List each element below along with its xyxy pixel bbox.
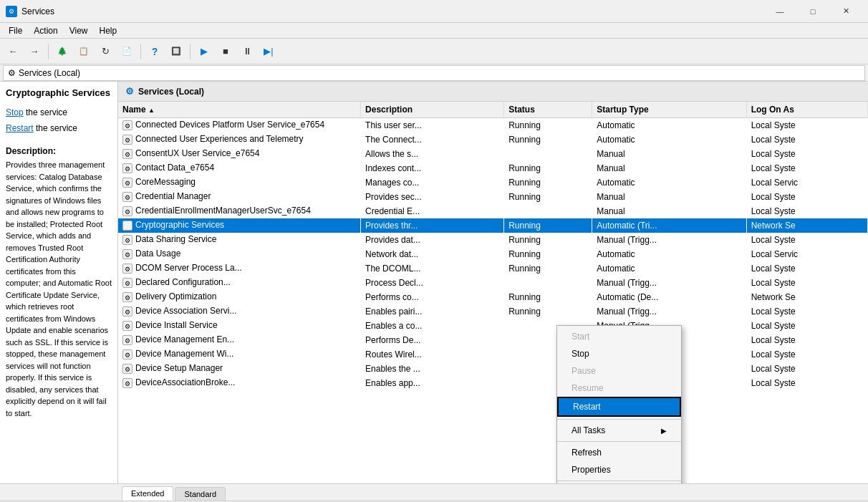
- table-row[interactable]: ⚙Device Management Wi...Routes Wirel...M…: [118, 347, 868, 362]
- service-desc-cell: Enables app...: [361, 376, 504, 390]
- service-status-cell: [504, 276, 592, 290]
- context-menu-item[interactable]: Stop: [557, 345, 681, 362]
- table-header-row: Name ▲ Description Status Startup Type L…: [118, 102, 868, 118]
- service-name-cell: ⚙Device Management Wi...: [118, 347, 361, 362]
- service-name-cell: ⚙Cryptographic Services: [118, 218, 361, 233]
- service-status-cell: Running: [504, 233, 592, 247]
- context-menu-item: Resume: [557, 380, 681, 397]
- context-menu-item[interactable]: Refresh: [557, 444, 681, 461]
- action-pane-button[interactable]: 📋: [74, 42, 94, 62]
- table-row[interactable]: ⚙CoreMessagingManages co...RunningAutoma…: [118, 175, 868, 190]
- service-logon-cell: Local Syste: [746, 376, 867, 390]
- service-logon-cell: Local Syste: [746, 190, 867, 204]
- service-name-cell: ⚙CoreMessaging: [118, 175, 361, 190]
- service-status-cell: Running: [504, 290, 592, 304]
- service-startup-cell: Automatic: [592, 247, 746, 261]
- col-header-startup[interactable]: Startup Type: [592, 102, 746, 118]
- new-window-button[interactable]: 🔲: [166, 42, 186, 62]
- service-name-cell: ⚙Connected Devices Platform User Service…: [118, 118, 361, 132]
- service-logon-cell: Local Servic: [746, 247, 867, 261]
- table-row[interactable]: ⚙Data Sharing ServiceProvides dat...Runn…: [118, 233, 868, 247]
- service-status-cell: Running: [504, 190, 592, 204]
- service-status-cell: Running: [504, 118, 592, 132]
- table-row[interactable]: ⚙DeviceAssociationBroke...Enables app...…: [118, 376, 868, 390]
- table-row[interactable]: ⚙Contact Data_e7654Indexes cont...Runnin…: [118, 161, 868, 175]
- table-row[interactable]: ⚙Connected Devices Platform User Service…: [118, 118, 868, 132]
- panel-actions: Stop the service Restart the service: [6, 105, 112, 136]
- table-row[interactable]: ⚙Cryptographic ServicesProvides thr...Ru…: [118, 218, 868, 233]
- restart-link[interactable]: Restart: [6, 123, 34, 133]
- table-row[interactable]: ⚙Credential ManagerProvides sec...Runnin…: [118, 190, 868, 204]
- minimize-button[interactable]: —: [763, 0, 796, 23]
- service-desc-cell: Credential E...: [361, 204, 504, 218]
- service-logon-cell: Local Syste: [746, 261, 867, 276]
- pause-button[interactable]: ⏸: [237, 42, 257, 62]
- service-name-cell: ⚙Delivery Optimization: [118, 290, 361, 304]
- table-row[interactable]: ⚙Device Setup ManagerEnables the ...Manu…: [118, 362, 868, 376]
- service-logon-cell: Local Syste: [746, 132, 867, 147]
- table-row[interactable]: ⚙Declared Configuration...Process Decl..…: [118, 276, 868, 290]
- service-logon-cell: Network Se: [746, 218, 867, 233]
- export-button[interactable]: 📄: [117, 42, 137, 62]
- service-logon-cell: Local Syste: [746, 347, 867, 362]
- stop-link[interactable]: Stop: [6, 107, 24, 117]
- table-row[interactable]: ⚙Device Management En...Performs De...Ma…: [118, 333, 868, 347]
- services-tbody: ⚙Connected Devices Platform User Service…: [118, 118, 868, 390]
- service-logon-cell: Local Syste: [746, 147, 867, 161]
- app-icon: ⚙: [6, 6, 17, 17]
- service-desc-cell: The Connect...: [361, 132, 504, 147]
- tab-extended[interactable]: Extended: [122, 486, 173, 501]
- service-desc-cell: Provides dat...: [361, 233, 504, 247]
- context-menu-item[interactable]: All Tasks▶: [557, 422, 681, 439]
- close-button[interactable]: ✕: [829, 0, 862, 23]
- back-button[interactable]: ←: [3, 42, 23, 62]
- stop-button[interactable]: ■: [216, 42, 236, 62]
- table-row[interactable]: ⚙ConsentUX User Service_e7654Allows the …: [118, 147, 868, 161]
- services-header: ⚙ Services (Local): [118, 82, 868, 102]
- table-row[interactable]: ⚙CredentialEnrollmentManagerUserSvc_e765…: [118, 204, 868, 218]
- console-tree-button[interactable]: 🌲: [52, 42, 72, 62]
- resume-button[interactable]: ▶|: [259, 42, 279, 62]
- table-row[interactable]: ⚙Data UsageNetwork dat...RunningAutomati…: [118, 247, 868, 261]
- col-header-name[interactable]: Name ▲: [118, 102, 361, 118]
- service-startup-cell: Manual: [592, 161, 746, 175]
- table-wrapper[interactable]: Name ▲ Description Status Startup Type L…: [118, 102, 868, 466]
- toolbar-separator-3: [190, 44, 191, 59]
- forward-button[interactable]: →: [24, 42, 44, 62]
- context-menu-item[interactable]: Restart: [557, 397, 681, 417]
- table-row[interactable]: ⚙Connected User Experiences and Telemetr…: [118, 132, 868, 147]
- col-header-logon[interactable]: Log On As: [746, 102, 867, 118]
- maximize-button[interactable]: □: [796, 0, 829, 23]
- col-header-desc[interactable]: Description: [361, 102, 504, 118]
- context-menu-item[interactable]: Properties: [557, 461, 681, 478]
- play-button[interactable]: ▶: [194, 42, 214, 62]
- right-panel: ⚙ Services (Local) Name ▲ Description St…: [118, 82, 868, 483]
- context-menu-item: Start: [557, 328, 681, 345]
- col-header-status[interactable]: Status: [504, 102, 592, 118]
- table-row[interactable]: ⚙Device Install ServiceEnables a co...Ma…: [118, 319, 868, 333]
- service-logon-cell: Local Syste: [746, 204, 867, 218]
- table-row[interactable]: ⚙Delivery OptimizationPerforms co...Runn…: [118, 290, 868, 304]
- service-name-cell: ⚙DCOM Server Process La...: [118, 261, 361, 276]
- table-row[interactable]: ⚙Device Association Servi...Enables pair…: [118, 304, 868, 319]
- service-logon-cell: Local Syste: [746, 319, 867, 333]
- tab-standard[interactable]: Standard: [175, 487, 226, 501]
- service-startup-cell: Manual: [592, 204, 746, 218]
- desc-label: Description:: [6, 146, 112, 156]
- context-menu-separator: [557, 441, 681, 442]
- table-row[interactable]: ⚙DCOM Server Process La...The DCOML...Ru…: [118, 261, 868, 276]
- menu-action[interactable]: Action: [28, 24, 63, 37]
- desc-text: Provides three management services: Cata…: [6, 159, 112, 419]
- service-startup-cell: Manual (Trigg...: [592, 304, 746, 319]
- help-toolbar-button[interactable]: ?: [145, 42, 165, 62]
- service-status-cell: Running: [504, 175, 592, 190]
- breadcrumb-text: Services (Local): [19, 68, 80, 78]
- refresh-button[interactable]: ↻: [95, 42, 115, 62]
- service-startup-cell: Manual: [592, 147, 746, 161]
- menu-view[interactable]: View: [64, 24, 94, 37]
- service-desc-cell: The DCOML...: [361, 261, 504, 276]
- context-menu-separator: [557, 481, 681, 481]
- service-name-cell: ⚙Credential Manager: [118, 190, 361, 204]
- menu-file[interactable]: File: [3, 24, 28, 37]
- menu-help[interactable]: Help: [94, 24, 123, 37]
